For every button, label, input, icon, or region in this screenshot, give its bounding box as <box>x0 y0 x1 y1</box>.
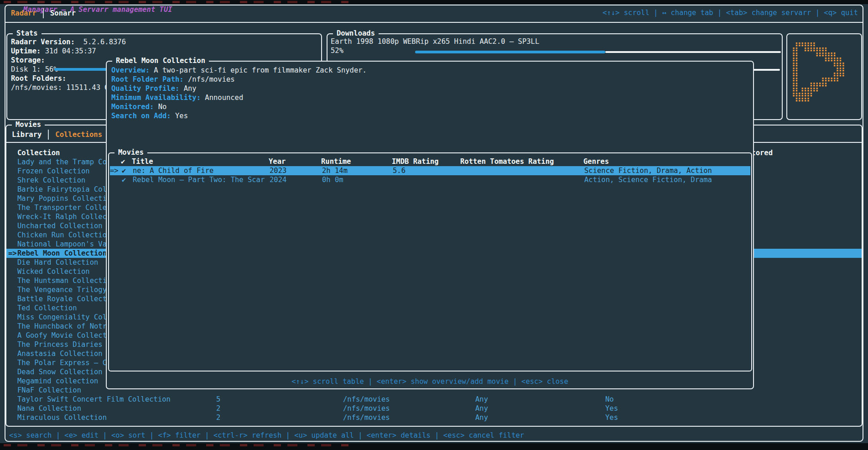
collection-name: Anastasia Collection <box>17 349 103 358</box>
servarr-tab-sonarr[interactable]: Sonarr <box>49 9 77 17</box>
row-marker <box>110 175 122 184</box>
field-label: Root Folder Path: <box>111 75 184 84</box>
collection-name: Ted Collection <box>17 303 77 313</box>
collection-name: Frozen Collection <box>17 167 90 176</box>
download-progress-track <box>605 51 781 53</box>
servarr-tabs: RadarrSonarr <box>10 8 77 18</box>
header-title: Title <box>132 157 269 166</box>
movie-year: 2023 <box>270 166 322 175</box>
collection-name: A Goofy Movie Collect <box>17 331 107 340</box>
collection-name: Die Hard Collection <box>17 258 98 267</box>
modal-table-rows: =>✔ne: A Child of Fire20232h 14m5.6Scien… <box>110 166 750 184</box>
collection-quality: Any <box>475 404 488 413</box>
collection-value: Yes <box>605 413 618 422</box>
field-value: /nfs/movies <box>184 75 235 84</box>
collection-details-modal: Rebel Moon Collection Overview: A two-pa… <box>106 61 754 389</box>
header-marker-spacer <box>109 157 121 166</box>
terminal-artifact-dashes <box>4 444 350 446</box>
field-value: Announced <box>201 94 243 102</box>
modal-table-header-row: ✔ Title Year Runtime IMDB Rating Rotten … <box>109 157 751 166</box>
field-value: Any <box>179 84 196 93</box>
modal-title: Rebel Moon Collection <box>112 57 209 65</box>
movies-tab-collections[interactable]: Collections <box>54 131 103 139</box>
terminal-artifact-dashes <box>4 1 350 3</box>
movies-tabs: LibraryCollections <box>11 130 115 140</box>
collection-name: The Vengeance Trilogy <box>17 285 107 294</box>
collection-name: Nana Collection <box>17 404 81 413</box>
collection-row[interactable]: Miraculous Collection2/nfs/moviesAnyYes <box>6 413 862 422</box>
header-genres: Genres <box>583 157 751 166</box>
collection-name: Dead Snow Collection <box>17 367 103 377</box>
servarr-tab-radarr[interactable]: Radarr <box>10 9 37 17</box>
top-keybinds: <↑↓> scroll | ↔ change tab | <tab> chang… <box>603 8 858 18</box>
collection-name: Miraculous Collection <box>17 413 107 422</box>
download-progress-filled <box>415 51 605 53</box>
collection-name: Megamind collection <box>17 377 98 386</box>
terminal-artifact-top <box>0 0 868 4</box>
collection-field: Search on Add: Yes <box>111 111 748 120</box>
monitored-check: ✔ <box>122 175 133 184</box>
managarr-screen: Managarr – A Servarr management TUI Rada… <box>0 0 868 450</box>
collection-field: Overview: A two-part sci-fi epic from fi… <box>111 66 748 75</box>
header-imdb-rating: IMDB Rating <box>392 157 460 166</box>
row-marker: => <box>110 166 122 175</box>
collection-name: Rebel Moon Collection <box>17 249 107 258</box>
collection-field: Quality Profile: Any <box>111 84 748 93</box>
collection-root-folder: /nfs/movies <box>343 395 390 404</box>
collection-row[interactable]: Taylor Swift Concert Film Collection5/nf… <box>6 395 862 404</box>
movie-imdb-rating: 5.6 <box>393 166 461 175</box>
collection-name: FNaF Collection <box>17 386 81 395</box>
collection-name: Mary Poppins Collecti <box>17 194 107 203</box>
collection-name: Uncharted Collection <box>17 221 103 230</box>
collection-field: Monitored: No <box>111 102 748 111</box>
header-year: Year <box>269 157 321 166</box>
collection-quality: Any <box>475 413 488 422</box>
header-rotten-tomatoes-rating: Rotten Tomatoes Rating <box>460 157 583 166</box>
stats-panel-title: Stats <box>13 29 42 37</box>
radarr-version-label: Radarr Version: <box>11 38 75 46</box>
movie-runtime: 2h 14m <box>322 166 393 175</box>
uptime-label: Uptime: <box>11 47 41 55</box>
collection-root-folder: /nfs/movies <box>343 404 390 413</box>
header-separator <box>5 22 863 23</box>
movie-rt-rating <box>461 166 584 175</box>
field-label: Quality Profile: <box>111 84 179 93</box>
field-value: A two-part sci-fi epic from filmmaker Za… <box>150 66 367 74</box>
collection-name: Lady and the Tramp Co <box>17 157 107 167</box>
field-label: Minimum Availability: <box>111 94 201 102</box>
collection-name: Miss Congeniality Col <box>17 313 107 322</box>
footer-keybinds: <s> search | <e> edit | <o> sort | <f> f… <box>9 430 524 440</box>
collection-field: Root Folder Path: /nfs/movies <box>111 75 748 84</box>
movie-title: ne: A Child of Fire <box>133 166 270 175</box>
modal-movies-table-panel: Movies ✔ Title Year Runtime IMDB Rating … <box>108 152 752 372</box>
modal-movie-row[interactable]: =>✔ne: A Child of Fire20232h 14m5.6Scien… <box>110 166 750 175</box>
header-monitored-check: ✔ <box>121 157 132 166</box>
field-value: No <box>154 103 166 111</box>
collection-row[interactable]: Nana Collection2/nfs/moviesAnyYes <box>6 404 862 413</box>
movie-runtime: 0h 0m <box>322 175 393 184</box>
collection-name: Taylor Swift Concert Film Collection <box>17 395 171 404</box>
movies-panel-title: Movies <box>12 120 45 129</box>
collection-value: No <box>605 395 614 404</box>
selected-row-marker: => <box>8 249 17 258</box>
field-value: Yes <box>171 112 188 120</box>
modal-help-keybinds: <↑↓> scroll table | <enter> show overvie… <box>107 377 753 386</box>
tab-separator <box>43 8 44 18</box>
movie-year: 2024 <box>270 175 322 184</box>
header-runtime: Runtime <box>321 157 392 166</box>
collection-name: Battle Royale Collect <box>17 294 107 303</box>
collection-name: Wreck-It Ralph Collec <box>17 212 107 221</box>
uptime-line: Uptime: 31d 04:35:37 <box>11 47 318 56</box>
collection-field: Minimum Availability: Announced <box>111 93 748 102</box>
collection-quality: Any <box>475 395 488 404</box>
collection-movies: 2 <box>216 413 220 422</box>
collection-name: National Lampoon's Va <box>17 240 107 249</box>
movie-genres: Science Fiction, Drama, Action <box>584 166 750 175</box>
field-label: Overview: <box>111 66 150 74</box>
collection-root-folder: /nfs/movies <box>343 413 390 422</box>
modal-movies-table-title: Movies <box>114 148 147 157</box>
modal-movie-row[interactable]: ✔Rebel Moon – Part Two: The Scar20240h 0… <box>110 175 750 184</box>
movies-tab-library[interactable]: Library <box>11 131 42 139</box>
downloads-panel-title: Downloads <box>333 29 379 37</box>
collection-name: The Transporter Colle <box>17 203 107 212</box>
